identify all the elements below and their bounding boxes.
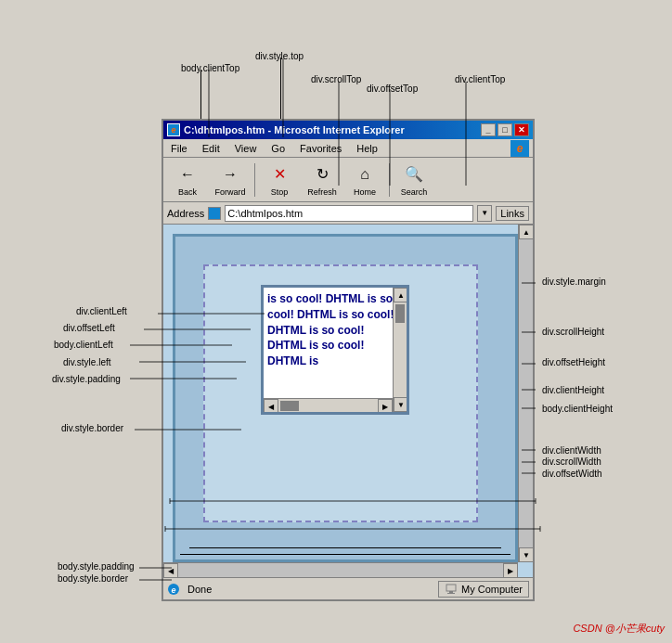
- address-dropdown[interactable]: ▼: [477, 205, 492, 222]
- browser-scroll-track-h: [178, 563, 503, 577]
- search-button[interactable]: 🔍 Search: [394, 161, 434, 199]
- inner-div-area: is so cool! DHTML is so cool! DHTML is s…: [203, 264, 478, 522]
- maximize-button[interactable]: □: [498, 123, 512, 136]
- menu-bar: File Edit View Go Favorites Help e: [163, 139, 533, 158]
- stop-button[interactable]: ✕ Stop: [259, 161, 300, 199]
- label-body-style-padding: body.style.padding: [58, 561, 135, 572]
- status-right-panel: My Computer: [438, 581, 529, 598]
- status-icon: e: [167, 583, 180, 596]
- meas-body-offset-width: [180, 554, 510, 555]
- label-div-offset-height: div.offsetHeight: [542, 357, 605, 367]
- body-area: is so cool! DHTML is so cool! DHTML is s…: [173, 234, 518, 562]
- label-body-client-left: body.clientLeft: [54, 340, 113, 350]
- menu-view[interactable]: View: [231, 141, 261, 156]
- browser-scrollbar-v[interactable]: ▲ ▼: [518, 225, 533, 562]
- home-button[interactable]: ⌂ Home: [344, 161, 385, 199]
- demo-scrollbar-v[interactable]: ▲ ▼: [393, 288, 407, 412]
- browser-scroll-track-v: [519, 239, 533, 547]
- label-div-client-width: div.clientWidth: [542, 445, 601, 456]
- back-label: Back: [178, 187, 197, 197]
- close-button[interactable]: ✕: [514, 123, 529, 136]
- browser-scroll-up[interactable]: ▲: [519, 225, 533, 239]
- title-buttons: _ □ ✕: [481, 123, 529, 136]
- address-label: Address: [167, 208, 204, 219]
- back-icon: ←: [176, 163, 199, 186]
- label-div-offset-top: div.offsetTop: [367, 84, 418, 94]
- label-div-client-top: div.clientTop: [455, 74, 505, 84]
- ie-logo: e: [510, 140, 529, 157]
- demo-div[interactable]: is so cool! DHTML is so cool! DHTML is s…: [261, 285, 409, 415]
- ie-icon: e: [167, 123, 180, 136]
- demo-scrollbar-h[interactable]: ◀ ▶: [264, 398, 393, 412]
- browser-scroll-right[interactable]: ▶: [503, 563, 518, 577]
- links-button[interactable]: Links: [496, 206, 529, 221]
- back-button[interactable]: ← Back: [167, 161, 208, 199]
- search-label: Search: [401, 187, 428, 197]
- scroll-track-v: [394, 302, 407, 397]
- scroll-left-btn[interactable]: ◀: [264, 399, 278, 414]
- label-body-style-border: body.style.border: [58, 573, 128, 584]
- browser-scroll-down[interactable]: ▼: [519, 547, 533, 562]
- label-div-scroll-height: div.scrollHeight: [542, 327, 604, 337]
- label-div-style-left: div.style.left: [63, 357, 111, 367]
- label-div-style-padding: div.style.padding: [52, 374, 121, 384]
- refresh-label: Refresh: [307, 187, 337, 197]
- title-bar-left: e C:\dhtmIpos.htm - Microsoft Internet E…: [167, 123, 405, 136]
- label-div-style-margin: div.style.margin: [542, 276, 606, 287]
- refresh-icon: ↻: [311, 163, 333, 186]
- forward-label: Forward: [214, 187, 245, 197]
- forward-button[interactable]: → Forward: [210, 161, 251, 199]
- forward-icon: →: [219, 163, 241, 186]
- title-bar: e C:\dhtmIpos.htm - Microsoft Internet E…: [163, 121, 533, 139]
- label-div-scroll-top: div.scrollTop: [311, 74, 361, 84]
- label-div-client-height: div.clientHeight: [542, 385, 604, 395]
- scroll-down-btn[interactable]: ▼: [394, 397, 408, 412]
- svg-rect-3: [449, 591, 453, 593]
- status-computer: My Computer: [461, 584, 523, 595]
- svg-rect-2: [446, 585, 456, 591]
- scroll-track-h: [278, 399, 378, 412]
- meas-body-client-width: [189, 547, 501, 548]
- menu-favorites[interactable]: Favorites: [296, 141, 345, 156]
- menu-go[interactable]: Go: [267, 141, 289, 156]
- svg-text:e: e: [171, 585, 175, 595]
- label-div-client-left: div.clientLeft: [76, 306, 127, 316]
- menu-file[interactable]: File: [167, 141, 191, 156]
- scroll-thumb-v[interactable]: [395, 304, 405, 323]
- computer-icon: [445, 583, 458, 596]
- search-icon: 🔍: [403, 163, 425, 186]
- minimize-button[interactable]: _: [481, 123, 496, 136]
- status-text: Done: [187, 584, 212, 595]
- window-title: C:\dhtmIpos.htm - Microsoft Internet Exp…: [184, 124, 405, 135]
- label-div-style-border: div.style.border: [61, 423, 123, 433]
- toolbar-separator-2: [389, 163, 390, 197]
- demo-div-content: is so cool! DHTML is so cool! DHTML is s…: [264, 288, 407, 373]
- label-div-scroll-width: div.scrollWidth: [542, 457, 601, 467]
- browser-scrollbar-h[interactable]: ◀ ▶: [163, 562, 518, 577]
- label-div-offset-width: div.offsetWidth: [542, 469, 602, 479]
- home-icon: ⌂: [354, 163, 376, 186]
- toolbar-separator-1: [254, 163, 255, 197]
- toolbar: ← Back → Forward ✕ Stop ↻ Refresh ⌂ Home: [163, 158, 533, 202]
- line-div-style-top: [280, 58, 281, 121]
- address-bar: Address ▼ Links: [163, 202, 533, 225]
- stop-icon: ✕: [268, 163, 291, 186]
- scroll-up-btn[interactable]: ▲: [394, 288, 408, 302]
- refresh-button[interactable]: ↻ Refresh: [302, 161, 342, 199]
- browser-window: e C:\dhtmIpos.htm - Microsoft Internet E…: [162, 119, 535, 601]
- address-favicon: [208, 207, 221, 220]
- scroll-right-btn[interactable]: ▶: [378, 399, 393, 414]
- label-body-client-top: body.clientTop: [181, 63, 239, 73]
- page-wrapper: body.clientTop div.style.top div.scrollT…: [0, 0, 672, 643]
- label-div-offset-left: div.offsetLeft: [63, 323, 115, 333]
- csdn-watermark: CSDN @小芒果cuty: [573, 622, 665, 636]
- menu-edit[interactable]: Edit: [199, 141, 224, 156]
- status-bar: e Done My Computer: [163, 577, 533, 599]
- browser-content: is so cool! DHTML is so cool! DHTML is s…: [163, 225, 533, 577]
- label-body-client-height: body.clientHeight: [542, 404, 613, 414]
- address-input[interactable]: [225, 205, 473, 222]
- home-label: Home: [354, 187, 376, 197]
- menu-help[interactable]: Help: [353, 141, 381, 156]
- browser-scroll-left[interactable]: ◀: [163, 563, 178, 577]
- scroll-thumb-h[interactable]: [280, 401, 299, 411]
